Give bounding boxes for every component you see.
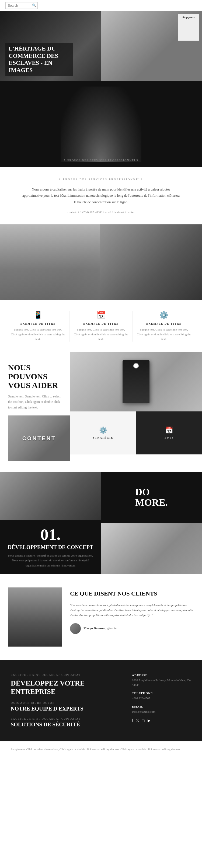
mobile-icon: 📱 <box>11 311 66 319</box>
testimonial-image <box>8 587 62 647</box>
footer-sub-big-2: NOTRE ÉQUIPE D'EXPERTS <box>11 706 121 712</box>
feature-divider-1 <box>70 311 70 342</box>
header: 🔍 <box>0 0 202 11</box>
dev-right: DOMORE. <box>101 472 202 574</box>
feature-text-2: Sample text. Click to select the text bo… <box>74 327 128 342</box>
content-label: CONTENT <box>22 435 56 441</box>
about-text: Nous aidons à capitaliser sur les fruits… <box>22 186 180 205</box>
instagram-icon[interactable]: ◻ <box>142 718 145 723</box>
search-input[interactable] <box>8 4 32 7</box>
feature-title-1: EXEMPLE DE TITRE <box>11 322 66 325</box>
footer-email-label: EMAIL <box>132 705 191 708</box>
feature-divider-2 <box>132 311 132 342</box>
magazine: Stop press <box>178 14 199 41</box>
portrait-section: À PROPOS DES SERVICES PROFESSIONNELS <box>0 81 202 167</box>
dev-right-top: DOMORE. <box>101 472 202 523</box>
feature-title-2: EXEMPLE DE TITRE <box>74 322 128 325</box>
help-title: NOUS POUVONS VOUS AIDER <box>8 363 62 390</box>
footer-address-text: 1600 Amphitheatre Parkway, Mountain View… <box>132 678 191 687</box>
youtube-icon[interactable]: ▶ <box>148 718 151 723</box>
hero-right-panel: Stop press <box>101 11 202 81</box>
features-row: 📱 EXEMPLE DE TITRE Sample text. Click to… <box>0 300 202 352</box>
facebook-icon[interactable]: f <box>132 718 133 723</box>
bottom-section: Sample text. Click to select the text bo… <box>0 741 202 757</box>
dev-right-bottom <box>101 523 202 574</box>
gallery-image-1 <box>0 224 100 300</box>
author-avatar <box>70 623 81 634</box>
feature-item-3: ⚙️ EXEMPLE DE TITRE Sample text. Click t… <box>134 311 194 342</box>
hero-title: L'HÉRITAGE DU COMMERCE DES ESCLAVES - EN… <box>5 43 73 76</box>
about-contact: contact: + 1 (234) 567 - 8900 / email / … <box>22 210 180 214</box>
dev-text: Nous aidons à traduire l'objectif en act… <box>5 553 96 568</box>
help-left: NOUS POUVONS VOUS AIDER Sample text. Sam… <box>0 352 70 472</box>
dev-content: 01. DÉVELOPPEMENT DE CONCEPT Nous aidons… <box>0 520 101 574</box>
calendar-icon: 📅 <box>74 311 128 319</box>
testimonial-quote: "Les coaches commerciaux sont généraleme… <box>70 603 194 618</box>
author-info: Margo Dawson , gérante <box>83 626 117 630</box>
about-section: À PROPOS DES SERVICES PROFESSIONNELS Nou… <box>0 167 202 224</box>
footer-section: Excepteur sint occaecat cupidatat DÉVELO… <box>0 660 202 741</box>
goals-calendar-icon: 📅 <box>165 427 173 434</box>
footer-big-title-1: DÉVELOPPEZ VOTRE ENTREPRISE <box>11 679 121 696</box>
search-box[interactable]: 🔍 <box>5 2 38 9</box>
help-content-image: CONTENT <box>8 415 70 461</box>
footer-sub-small-3: Excepteur sint occaecat cupidatat <box>11 717 121 720</box>
goals-label: BUTS <box>165 436 174 439</box>
portrait-label: À PROPOS DES SERVICES PROFESSIONNELS <box>0 159 202 162</box>
product-tag <box>123 360 150 403</box>
help-section: NOUS POUVONS VOUS AIDER Sample text. Sam… <box>0 352 202 472</box>
dev-left: 01. DÉVELOPPEMENT DE CONCEPT Nous aidons… <box>0 472 101 574</box>
footer-phone-text: +301 123-4567 <box>132 696 191 701</box>
search-icon: 🔍 <box>32 3 36 7</box>
about-subtitle: À PROPOS DES SERVICES PROFESSIONNELS <box>22 178 180 181</box>
do-more-text: DOMORE. <box>135 487 168 508</box>
footer-email-text: info@example.com <box>132 709 191 714</box>
footer-left: Excepteur sint occaecat cupidatat DÉVELO… <box>11 674 121 727</box>
footer-right: ADRESSE 1600 Amphitheatre Parkway, Mount… <box>132 674 191 727</box>
feature-item-1: 📱 EXEMPLE DE TITRE Sample text. Click to… <box>8 311 68 342</box>
hero-section: Stop press L'HÉRITAGE DU COMMERCE DES ES… <box>0 11 202 81</box>
testimonial-author: Margo Dawson , gérante <box>70 623 194 634</box>
help-sample-text: Sample text. Sample text. Click to selec… <box>8 394 62 410</box>
feature-title-3: EXEMPLE DE TITRE <box>136 322 191 325</box>
feature-text-1: Sample text. Click to select the text bo… <box>11 327 66 342</box>
dev-title: DÉVELOPPEMENT DE CONCEPT <box>8 544 93 550</box>
footer-social-links: f 𝕏 ◻ ▶ <box>132 718 191 723</box>
footer-address-label: ADRESSE <box>132 674 191 677</box>
portrait-image <box>60 87 142 162</box>
strategy-label: STRATÉGIE <box>93 436 113 439</box>
help-right-bottom: ⚙️ STRATÉGIE 📅 BUTS <box>70 411 202 455</box>
dev-number: 01. <box>41 526 60 542</box>
gear-icon: ⚙️ <box>136 311 191 319</box>
goals-box: 📅 BUTS <box>136 411 202 455</box>
bottom-text: Sample text. Click to select the text bo… <box>11 747 191 752</box>
strategy-box: ⚙️ STRATÉGIE <box>70 411 136 455</box>
footer-sub-small-2: Duis aute irure dolor <box>11 702 121 704</box>
strategy-gear-icon: ⚙️ <box>99 427 107 434</box>
help-right: ⚙️ STRATÉGIE 📅 BUTS <box>70 352 202 472</box>
testimonial-content: CE QUE DISENT NOS CLIENTS "Les coaches c… <box>70 587 194 647</box>
author-name: Margo Dawson , gérante <box>83 626 117 630</box>
footer-phone-label: TÉLÉPHONE <box>132 691 191 695</box>
testimonial-title: CE QUE DISENT NOS CLIENTS <box>70 590 194 597</box>
footer-sub-big-3: SOLUTIONS DE SÉCURITÉ <box>11 721 121 728</box>
dev-section: 01. DÉVELOPPEMENT DE CONCEPT Nous aidons… <box>0 472 202 574</box>
testimonial-section: CE QUE DISENT NOS CLIENTS "Les coaches c… <box>0 574 202 660</box>
gallery-image-2 <box>100 224 202 300</box>
footer-small-title-1: Excepteur sint occaecat cupidatat <box>11 674 121 676</box>
help-right-product <box>70 352 202 411</box>
dev-image-top <box>0 472 101 520</box>
gallery-section <box>0 224 202 300</box>
feature-item-2: 📅 EXEMPLE DE TITRE Sample text. Click to… <box>71 311 131 342</box>
twitter-icon[interactable]: 𝕏 <box>136 718 139 723</box>
feature-text-3: Sample text. Click to select the text bo… <box>136 327 191 342</box>
